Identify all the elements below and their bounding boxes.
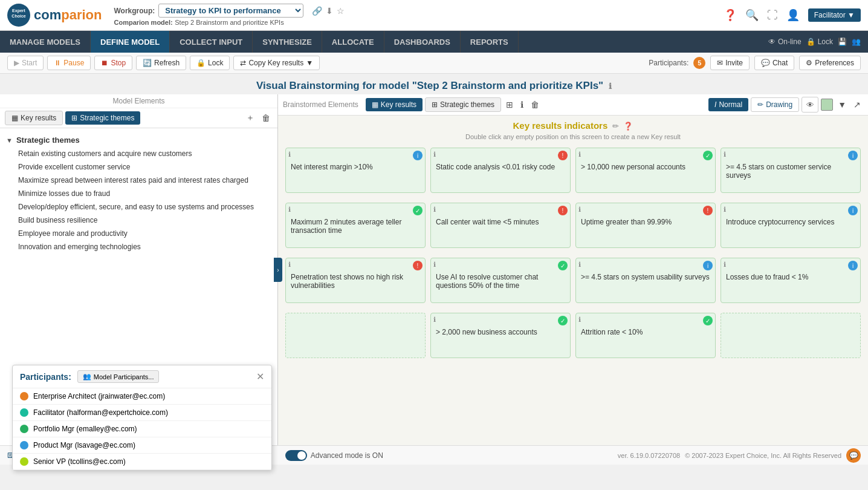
link-icon[interactable]: 🔗 [312, 6, 322, 16]
chat-button[interactable]: 💬 Chat [754, 56, 794, 70]
fullscreen-icon[interactable]: ⛶ [767, 9, 778, 22]
nav-dashboards[interactable]: DASHBOARDS [384, 31, 461, 53]
lock-button[interactable]: 🔒 Lock [190, 56, 230, 70]
chevron-down-icon[interactable]: ▼ [835, 99, 849, 111]
italic-icon: I [714, 100, 716, 109]
brainstorm-area[interactable]: Key results indicators ✏ ❓ Double click … [278, 116, 868, 445]
kpi-card-empty-2[interactable] [721, 313, 861, 358]
participant-name-3: Product Mgr (lsavage@ec.com) [33, 441, 135, 449]
invite-icon: ✉ [717, 59, 723, 67]
tree-child-2[interactable]: Maximize spread between interest rates p… [0, 174, 277, 187]
kpi-card-empty-1[interactable] [285, 313, 426, 358]
tree-child-1[interactable]: Provide excellent customer service [0, 160, 277, 174]
support-button[interactable]: 💬 [846, 448, 861, 463]
kpi-card-8[interactable]: ℹ i Introduce cryptocurrency services [721, 203, 861, 248]
kpi-card-7[interactable]: ℹ ! Uptime greater than 99.99% [575, 203, 716, 248]
tab-strategic-themes-right[interactable]: ⊞ Strategic themes [425, 97, 501, 112]
model-participants-button[interactable]: 👥 Model Participants... [77, 370, 160, 383]
tree-child-3[interactable]: Minimize losses due to fraud [0, 187, 277, 200]
star-icon[interactable]: ☆ [337, 6, 345, 16]
help-icon[interactable]: ❓ [724, 8, 737, 22]
card-text-13: > 2,000 new business accounts [436, 328, 565, 336]
card-text-2: Static code analysis <0.01 risky code [436, 163, 565, 171]
search-icon[interactable]: 🔍 [745, 8, 759, 22]
color-swatch[interactable] [821, 99, 833, 111]
delete-right-btn[interactable]: 🗑 [528, 99, 542, 111]
normal-mode-button[interactable]: I Normal [708, 98, 748, 111]
kpi-card-5[interactable]: ℹ ✓ Maximum 2 minutes average teller tra… [285, 203, 426, 248]
left-panel-header: Model Elements [0, 94, 277, 108]
model-label: Comparion model: [114, 19, 172, 26]
participant-name-2: Portfolio Mgr (emalley@ec.com) [33, 425, 137, 433]
refresh-button[interactable]: 🔄 Refresh [136, 56, 186, 70]
right-panel-header: Brainstormed Elements ▦ Key results ⊞ St… [278, 94, 868, 116]
edit-icon[interactable]: ✏ [612, 122, 619, 131]
nav-synthesize[interactable]: SYNTHESIZE [253, 31, 322, 53]
tab-key-results-right[interactable]: ▦ Key results [366, 98, 423, 111]
save-icon[interactable]: 💾 [838, 38, 847, 46]
download-icon[interactable]: ⬇ [326, 6, 333, 16]
grid-icon-btn[interactable]: ⊞ [504, 99, 516, 111]
eye-view-btn[interactable]: 👁 [802, 97, 818, 113]
workgroup-select[interactable]: Strategy to KPI to performance [158, 4, 303, 18]
tree-child-7[interactable]: Innovation and emerging technologies [0, 240, 277, 253]
lock-status[interactable]: 🔒 Lock [806, 38, 833, 46]
tab-strategic-themes-left[interactable]: ⊞ Strategic themes [65, 111, 140, 125]
facilitator-button[interactable]: Facilitator ▼ [808, 8, 861, 22]
info-icon[interactable]: ℹ [609, 82, 612, 91]
kpi-card-11[interactable]: ℹ i >= 4.5 stars on system usability sur… [575, 258, 716, 303]
participants-close-button[interactable]: ✕ [256, 371, 264, 382]
nav-allocate[interactable]: ALLOCATE [322, 31, 384, 53]
card-info-icon-6: ℹ [433, 206, 436, 214]
start-button[interactable]: ▶ Start [7, 56, 44, 70]
kpi-card-3[interactable]: ℹ ✓ > 10,000 new personal accounts [575, 148, 716, 193]
nav-collect-input[interactable]: COLLECT INPUT [170, 31, 253, 53]
tree-icon: ⊞ [71, 114, 77, 122]
kpi-card-2[interactable]: ℹ ! Static code analysis <0.01 risky cod… [430, 148, 571, 193]
kpi-card-9[interactable]: ℹ ! Penetration test shows no high risk … [285, 258, 426, 303]
nav-reports[interactable]: REPORTS [461, 31, 519, 53]
left-panel-tabs: ▦ Key results ⊞ Strategic themes ＋ 🗑 [0, 108, 277, 128]
kpi-card-10[interactable]: ℹ ✓ Use AI to resolve customer chat ques… [430, 258, 571, 303]
card-grid-row4: ℹ ✓ > 2,000 new business accounts ℹ ✓ At… [283, 310, 863, 361]
toggle-switch[interactable] [285, 450, 307, 461]
help-circle-icon[interactable]: ❓ [623, 122, 633, 131]
share-icon-btn[interactable]: ↗ [851, 99, 863, 111]
tree-child-6[interactable]: Employee morale and productivity [0, 227, 277, 240]
participant-dot-4 [20, 457, 28, 466]
kpi-card-12[interactable]: ℹ i Losses due to fraud < 1% [721, 258, 861, 303]
users-icon[interactable]: 👥 [852, 38, 861, 46]
stop-button[interactable]: ⏹ Stop [94, 56, 132, 70]
participant-row-3: Product Mgr (lsavage@ec.com) [13, 437, 271, 454]
tab-key-results-left[interactable]: ▦ Key results [5, 111, 63, 125]
add-icon-btn[interactable]: ＋ [244, 111, 257, 125]
kpi-card-6[interactable]: ℹ ! Call center wait time <5 minutes [430, 203, 571, 248]
kpi-card-1[interactable]: ℹ i Net interest margin >10% [285, 148, 426, 193]
participants-panel-title: Participants: [20, 372, 71, 382]
delete-icon-btn[interactable]: 🗑 [259, 111, 273, 125]
pause-icon: ⏸ [54, 59, 61, 67]
card-info-icon-12: ℹ [724, 261, 726, 269]
advanced-mode-toggle[interactable]: Advanced mode is ON [285, 450, 383, 461]
info-btn[interactable]: ℹ [518, 99, 526, 111]
kpi-card-4[interactable]: ℹ i >= 4.5 stars on customer service sur… [721, 148, 861, 193]
svg-text:Choice: Choice [11, 14, 25, 18]
gear-icon: ⚙ [806, 59, 812, 67]
preferences-button[interactable]: ⚙ Preferences [799, 56, 861, 70]
nav-manage-models[interactable]: MANAGE MODELS [0, 31, 91, 53]
main-title: Visual Brainstorming for model "Step 2 B… [0, 74, 868, 94]
tree-child-4[interactable]: Develop/deploy efficient, secure, and ea… [0, 200, 277, 214]
tree-parent-strategic-themes[interactable]: ▼ Strategic themes [0, 133, 277, 147]
kpi-card-13[interactable]: ℹ ✓ > 2,000 new business accounts [430, 313, 571, 358]
copy-key-results-button[interactable]: ⇄ Copy Key results ▼ [233, 56, 320, 70]
pause-button[interactable]: ⏸ Pause [47, 56, 91, 70]
drawing-mode-button[interactable]: ✏ Drawing [751, 97, 799, 112]
nav-define-model[interactable]: DEFINE MODEL [91, 31, 170, 53]
panel-collapse-handle[interactable]: › [274, 258, 282, 282]
kpi-card-14[interactable]: ℹ ✓ Attrition rate < 10% [575, 313, 716, 358]
participant-row-1: Facilitator (halforman@expertchoice.com) [13, 405, 271, 421]
participants-area: Participants: 5 ✉ Invite 💬 Chat ⚙ Prefer… [649, 56, 861, 70]
tree-child-5[interactable]: Build business resilience [0, 214, 277, 227]
tree-child-0[interactable]: Retain existing customers and acquire ne… [0, 147, 277, 160]
invite-button[interactable]: ✉ Invite [710, 56, 750, 70]
